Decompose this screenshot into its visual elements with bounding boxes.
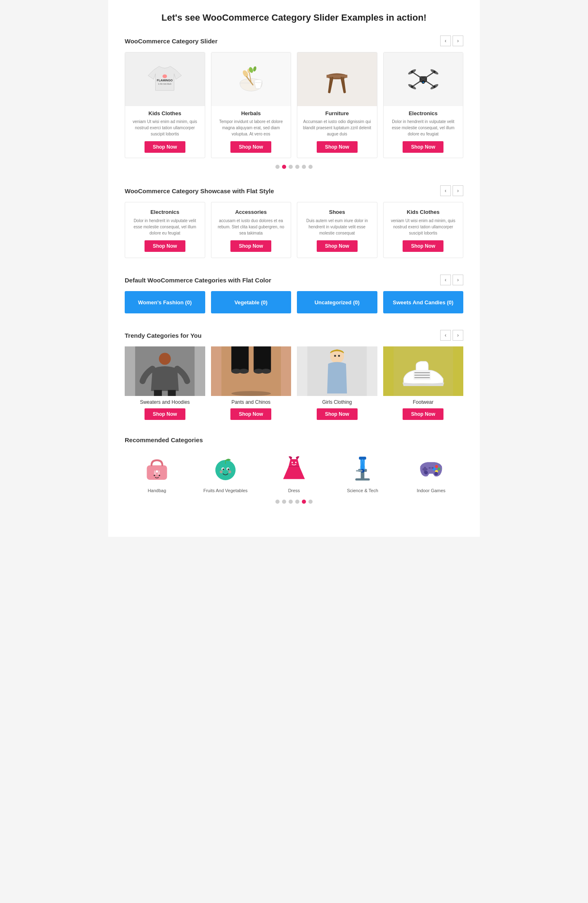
svg-rect-37: [231, 346, 249, 371]
showcase-prev-arrow[interactable]: ‹: [440, 185, 451, 196]
rec-dot-1[interactable]: [275, 500, 280, 504]
color-card-vegetable[interactable]: Vegetable (0): [211, 291, 292, 313]
flat-color-nav: ‹ ›: [440, 275, 463, 285]
herbals-shop-btn[interactable]: Shop Now: [230, 141, 271, 153]
flat-shoes-desc: Duis autem vel eum iriure dolor in hendr…: [302, 218, 372, 236]
svg-point-31: [422, 81, 424, 83]
trendy-prev-arrow[interactable]: ‹: [440, 330, 451, 341]
flat-kids-shop-btn[interactable]: Shop Now: [403, 240, 443, 252]
recommended-section: Recommended Categories: [125, 436, 463, 504]
flat-electronics-desc: Dolor in hendrerit in vulputate velit es…: [130, 218, 200, 236]
svg-rect-56: [156, 473, 158, 474]
furniture-shop-btn[interactable]: Shop Now: [317, 141, 358, 153]
svg-point-69: [292, 462, 293, 463]
flat-electronics-shop-btn[interactable]: Shop Now: [145, 240, 185, 252]
science-label: Science & Tech: [330, 488, 395, 493]
handbag-label: Handbag: [125, 488, 189, 493]
svg-rect-12: [327, 75, 347, 78]
cat-card-electronics: Electronics Dolor in hendrerit in vulput…: [383, 52, 464, 158]
trendy-card-girls: Girls Clothing Shop Now: [297, 346, 377, 420]
svg-point-46: [334, 355, 336, 357]
showcase-next-arrow[interactable]: ›: [453, 185, 463, 196]
color-card-womens-fashion[interactable]: Women's Fashion (0): [125, 291, 205, 313]
flat-accessories-title: Accessories: [216, 209, 286, 215]
svg-point-42: [261, 369, 271, 374]
svg-rect-86: [429, 467, 431, 469]
trendy-nav: ‹ ›: [440, 330, 463, 341]
trendy-pants-shop-btn[interactable]: Shop Now: [230, 408, 271, 420]
kids-clothes-title: Kids Clothes: [129, 110, 201, 116]
color-card-womens-fashion-label: Women's Fashion (0): [138, 299, 192, 306]
slider-section-title: WooCommerce Category Slider: [125, 38, 218, 45]
herbals-desc: Tempor invidunt ut labore et dolore magn…: [216, 119, 287, 137]
color-card-uncategorized[interactable]: Uncategorized (0): [297, 291, 377, 313]
dot-6[interactable]: [308, 165, 313, 169]
trendy-cards-grid: Sweaters and Hoodies Shop Now: [125, 346, 463, 420]
rec-item-fruits: Fruits And Vegetables: [193, 452, 258, 493]
svg-text:FLAMINGO: FLAMINGO: [157, 78, 173, 82]
svg-rect-35: [168, 390, 175, 396]
trendy-pants-img: [211, 346, 292, 396]
flat-color-next-arrow[interactable]: ›: [453, 275, 463, 285]
kids-clothes-shop-btn[interactable]: Shop Now: [145, 141, 185, 153]
trendy-sweaters-img: [125, 346, 205, 396]
svg-rect-81: [422, 468, 427, 470]
rec-dot-2[interactable]: [282, 500, 286, 504]
electronics-shop-btn[interactable]: Shop Now: [403, 141, 443, 153]
svg-point-55: [156, 470, 159, 473]
svg-rect-87: [432, 467, 434, 469]
cat-card-kids-clothes-img: FLAMINGO is the new black: [125, 52, 205, 106]
rec-dot-3[interactable]: [289, 500, 293, 504]
svg-rect-77: [356, 470, 363, 472]
herbals-title: Herbals: [216, 110, 287, 116]
electronics-title: Electronics: [388, 110, 459, 116]
slider-nav: ‹ ›: [440, 36, 463, 46]
slider-next-arrow[interactable]: ›: [453, 36, 463, 46]
dot-3[interactable]: [289, 165, 293, 169]
dot-4[interactable]: [295, 165, 299, 169]
flat-color-grid: Women's Fashion (0) Vegetable (0) Uncate…: [125, 291, 463, 313]
dot-1[interactable]: [275, 165, 280, 169]
trendy-footwear-img: [383, 346, 464, 396]
svg-point-43: [231, 391, 271, 396]
svg-line-18: [412, 72, 423, 79]
trendy-card-sweaters: Sweaters and Hoodies Shop Now: [125, 346, 205, 420]
flat-color-prev-arrow[interactable]: ‹: [440, 275, 451, 285]
svg-point-29: [433, 85, 435, 88]
flat-card-electronics: Electronics Dolor in hendrerit in vulput…: [125, 202, 205, 258]
showcase-section: WooCommerce Category Showcase with Flat …: [125, 185, 463, 258]
games-label: Indoor Games: [399, 488, 463, 493]
cat-card-furniture-img: [297, 52, 377, 106]
recommended-dots: [125, 500, 463, 504]
dot-2[interactable]: [282, 165, 286, 169]
flat-accessories-shop-btn[interactable]: Shop Now: [230, 240, 271, 252]
trendy-girls-shop-btn[interactable]: Shop Now: [317, 408, 358, 420]
dress-icon: [277, 452, 311, 485]
flat-shoes-shop-btn[interactable]: Shop Now: [317, 240, 358, 252]
microscope-icon: [346, 452, 379, 485]
rec-dot-5[interactable]: [302, 500, 306, 504]
trendy-footwear-shop-btn[interactable]: Shop Now: [403, 408, 443, 420]
trendy-sweaters-shop-btn[interactable]: Shop Now: [145, 408, 185, 420]
cat-card-furniture: Furniture Accumsan et iusto odio digniss…: [297, 52, 377, 158]
dot-5[interactable]: [302, 165, 306, 169]
flat-card-accessories: Accessories accusam et iusto duo dolores…: [211, 202, 292, 258]
trendy-sweaters-title: Sweaters and Hoodies: [125, 399, 205, 405]
trendy-card-pants: Pants and Chinos Shop Now: [211, 346, 292, 420]
svg-point-6: [254, 80, 262, 83]
trendy-next-arrow[interactable]: ›: [453, 330, 463, 341]
trendy-section-title: Trendy Categories for You: [125, 332, 202, 339]
svg-point-28: [411, 85, 413, 88]
color-card-sweets[interactable]: Sweets And Candies (0): [383, 291, 464, 313]
showcase-cards-grid: Electronics Dolor in hendrerit in vulput…: [125, 202, 463, 258]
rec-dot-6[interactable]: [308, 500, 313, 504]
trendy-girls-title: Girls Clothing: [297, 399, 377, 405]
slider-prev-arrow[interactable]: ‹: [440, 36, 451, 46]
color-card-uncategorized-label: Uncategorized (0): [315, 299, 360, 306]
rec-dot-4[interactable]: [295, 500, 299, 504]
trendy-pants-title: Pants and Chinos: [211, 399, 292, 405]
flat-color-section-title: Default WooCommerce Categories with Flat…: [125, 277, 271, 284]
flat-color-section: Default WooCommerce Categories with Flat…: [125, 275, 463, 313]
gamepad-icon: [415, 452, 448, 485]
svg-point-65: [220, 470, 223, 473]
